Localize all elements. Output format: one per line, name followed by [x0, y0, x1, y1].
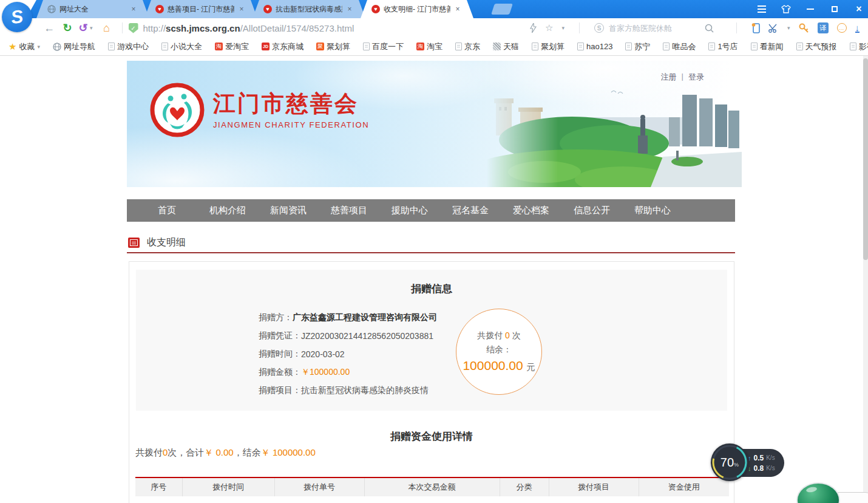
usage-detail-title: 捐赠资金使用详情: [129, 429, 734, 443]
home-button[interactable]: ⌂: [98, 22, 116, 35]
bookmark-item[interactable]: hao123: [577, 42, 612, 51]
taobao-icon: 淘: [416, 43, 424, 50]
bookmark-item[interactable]: 游戏中心: [108, 41, 149, 52]
bookmark-item[interactable]: 淘淘宝: [416, 41, 442, 52]
screenshot-scissors-icon[interactable]: [768, 24, 779, 33]
feedback-dots-icon[interactable]: …: [837, 23, 847, 33]
balance-amount-line: 100000.00 元: [463, 358, 535, 373]
receipt-label: 捐赠凭证：: [259, 330, 301, 341]
bookmark-item[interactable]: 苏宁: [625, 41, 650, 52]
auth-links: 注册 | 登录: [661, 72, 704, 83]
address-bar[interactable]: ✓ http://scsh.jmcs.org.cn/AllotDetail/15…: [129, 23, 530, 33]
sogou-browser-logo[interactable]: S: [2, 2, 32, 32]
bookmark-item[interactable]: JD京东商城: [262, 41, 303, 52]
bookmark-item[interactable]: 小说大全: [161, 41, 202, 52]
bookmark-item[interactable]: 聚划算: [532, 41, 565, 52]
page-icon: [161, 43, 168, 50]
search-input[interactable]: [609, 24, 700, 33]
bookmark-favorites[interactable]: ★收藏▾: [8, 41, 40, 52]
site-title-cn: 江门市慈善会: [213, 91, 369, 117]
bookmark-item[interactable]: 淘爱淘宝: [215, 41, 249, 52]
search-icon[interactable]: [705, 24, 714, 33]
nav-named-funds[interactable]: 冠名基金: [440, 205, 501, 216]
tab-site-nav[interactable]: 网址大全 ×: [36, 0, 149, 18]
nav-projects[interactable]: 慈善项目: [319, 205, 379, 216]
login-link[interactable]: 登录: [688, 72, 704, 83]
donor-row: 捐赠方：广东益鑫源工程建设管理咨询有限公司: [259, 309, 437, 327]
toolbar-divider: [736, 22, 737, 33]
nav-help-center[interactable]: 帮助中心: [622, 205, 683, 216]
tab-close-icon[interactable]: ×: [346, 5, 353, 13]
allot-count: 0: [505, 330, 510, 340]
password-key-icon[interactable]: [799, 23, 809, 33]
favorite-star-icon[interactable]: ☆: [545, 22, 553, 33]
nav-home[interactable]: 首页: [137, 205, 197, 216]
nav-info-disclosure[interactable]: 信息公开: [561, 205, 622, 216]
bookmark-item[interactable]: 京东: [455, 41, 480, 52]
ledger-icon: [128, 238, 140, 248]
back-button[interactable]: ←: [40, 22, 58, 35]
nav-about[interactable]: 机构介绍: [197, 205, 258, 216]
nav-aid-center[interactable]: 援助中心: [379, 205, 440, 216]
globe-icon: [47, 5, 56, 13]
page-icon: [796, 43, 803, 50]
maximize-button[interactable]: [829, 4, 840, 15]
page-icon: [363, 43, 370, 50]
minimize-button[interactable]: [805, 4, 816, 15]
tab-charity-projects[interactable]: ♥ 慈善项目- 江门市慈善会 ×: [144, 0, 257, 18]
memory-usage-ball[interactable]: 70%: [711, 443, 748, 481]
upload-speed-unit: K/s: [766, 454, 775, 461]
lightning-icon[interactable]: [530, 23, 537, 33]
charity-heart-icon: ♥: [155, 5, 164, 13]
register-link[interactable]: 注册: [661, 72, 677, 83]
security-shield-icon[interactable]: ✓: [129, 23, 138, 33]
browser-menu-icon[interactable]: [756, 4, 767, 15]
col-pay-number: 拨付单号: [274, 477, 364, 496]
sogou-search-icon: S: [594, 23, 604, 33]
col-pay-time: 拨付时间: [182, 477, 274, 496]
restore-dropdown-icon[interactable]: ▾: [90, 25, 93, 31]
tab-strip: 网址大全 × ♥ 慈善项目- 江门市慈善会 × ♥ 抗击新型冠状病毒感染的 × …: [36, 0, 469, 18]
nav-news[interactable]: 新闻资讯: [258, 205, 319, 216]
refresh-button[interactable]: ↻: [58, 21, 76, 35]
tab-allot-detail-active[interactable]: ♥ 收支明细- 江门市慈善会 ×: [361, 0, 473, 18]
new-tab-button[interactable]: [491, 4, 513, 15]
page-icon: [455, 43, 462, 50]
date-value: 2020-03-02: [301, 349, 345, 359]
send-to-phone-icon[interactable]: [751, 22, 760, 33]
bookmark-item[interactable]: 1号店: [708, 41, 737, 52]
scrollbar-thumb[interactable]: [863, 58, 868, 260]
page-icon: [850, 43, 856, 50]
detail-card: 捐赠信息 捐赠方：广东益鑫源工程建设管理咨询有限公司 捐赠凭证：JZ202003…: [129, 261, 734, 503]
bookmark-item[interactable]: 影视大全: [850, 41, 868, 52]
bookmark-item[interactable]: 天猫: [493, 41, 519, 52]
tab-covid-project[interactable]: ♥ 抗击新型冠状病毒感染的 ×: [253, 0, 365, 18]
screenshot-dropdown-icon[interactable]: ▾: [787, 25, 790, 31]
vertical-scrollbar[interactable]: [863, 56, 868, 503]
site-brand[interactable]: 江门市慈善会 JIANGMEN CHARITY FEDERATION: [150, 83, 369, 137]
section-underline: [127, 252, 735, 253]
tab-close-icon[interactable]: ×: [454, 5, 461, 13]
date-label: 捐赠时间：: [259, 349, 301, 360]
bookmark-item[interactable]: 天气预报: [796, 41, 837, 52]
skin-theme-icon[interactable]: [781, 4, 792, 15]
search-box[interactable]: S: [594, 23, 722, 33]
star-icon: ★: [8, 41, 16, 52]
restore-tab-button[interactable]: ↺: [76, 21, 90, 35]
bookmark-item[interactable]: 唯品会: [663, 41, 696, 52]
translate-icon[interactable]: 译: [818, 22, 829, 33]
charity-heart-icon: ♥: [263, 5, 272, 13]
bookmark-item[interactable]: 聚聚划算: [316, 41, 350, 52]
tab-close-icon[interactable]: ×: [238, 5, 245, 13]
tab-close-icon[interactable]: ×: [130, 5, 137, 13]
bookmark-item[interactable]: 网址导航: [53, 41, 95, 52]
bookmarks-bar: ★收藏▾ 网址导航 游戏中心 小说大全 淘爱淘宝 JD京东商城 聚聚划算 百度一…: [0, 38, 868, 56]
bookmark-item[interactable]: 看新闻: [751, 41, 784, 52]
close-button[interactable]: ×: [853, 4, 864, 15]
bookmark-item[interactable]: 百度一下: [363, 41, 404, 52]
download-manager-icon[interactable]: ↓: [855, 24, 860, 33]
nav-love-archive[interactable]: 爱心档案: [501, 205, 561, 216]
tmall-icon: [493, 43, 501, 50]
favorite-dropdown-icon[interactable]: ▾: [561, 25, 565, 31]
chevron-down-icon: ▾: [37, 44, 40, 50]
